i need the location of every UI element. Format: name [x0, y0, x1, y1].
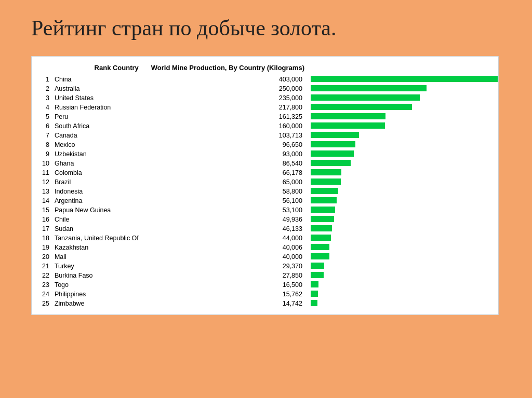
value-cell: 40,000 [141, 252, 307, 262]
country-cell: Uzbekistan [51, 149, 141, 159]
value-cell: 96,650 [141, 140, 307, 149]
rank-cell: 22 [40, 271, 51, 280]
country-cell: Philippines [51, 290, 141, 299]
bar-cell [307, 168, 500, 177]
value-cell: 66,178 [141, 168, 307, 177]
table-row: 13 Indonesia 58,800 [40, 187, 500, 196]
value-cell: 14,742 [141, 299, 307, 308]
bar-visual [311, 85, 427, 91]
bar-visual [311, 244, 329, 250]
rank-cell: 3 [40, 93, 51, 103]
bar-visual [311, 263, 324, 269]
table-row: 20 Mali 40,000 [40, 252, 500, 262]
value-cell: 29,370 [141, 262, 307, 271]
bar-cell [307, 271, 500, 280]
country-cell: Burkina Faso [51, 271, 141, 280]
rank-cell: 8 [40, 140, 51, 149]
rank-cell: 4 [40, 103, 51, 112]
table-row: 22 Burkina Faso 27,850 [40, 271, 500, 280]
rank-cell: 24 [40, 290, 51, 299]
value-cell: 161,325 [141, 112, 307, 121]
table-row: 6 South Africa 160,000 [40, 121, 500, 131]
bar-visual [311, 300, 317, 306]
country-cell: China [51, 75, 141, 84]
header-bar [307, 63, 500, 75]
table-row: 10 Ghana 86,540 [40, 159, 500, 168]
rank-cell: 20 [40, 252, 51, 262]
header-production: World Mine Production, By Country (Kilog… [141, 63, 307, 75]
country-cell: Mali [51, 252, 141, 262]
table-header-row: Rank Country World Mine Production, By C… [40, 63, 500, 75]
table-row: 15 Papua New Guinea 53,100 [40, 205, 500, 215]
bar-visual [311, 179, 341, 185]
table-row: 9 Uzbekistan 93,000 [40, 149, 500, 159]
bar-visual [311, 160, 351, 166]
bar-cell [307, 131, 500, 140]
country-cell: Kazakhstan [51, 243, 141, 252]
bar-visual [311, 253, 329, 259]
bar-visual [311, 150, 354, 157]
country-cell: Turkey [51, 262, 141, 271]
bar-cell [307, 93, 500, 103]
rank-cell: 7 [40, 131, 51, 140]
bar-cell [307, 103, 500, 112]
table-row: 7 Canada 103,713 [40, 131, 500, 140]
country-cell: Brazil [51, 177, 141, 187]
rank-cell: 10 [40, 159, 51, 168]
rank-cell: 2 [40, 84, 51, 93]
bar-cell [307, 262, 500, 271]
rank-cell: 12 [40, 177, 51, 187]
rank-cell: 16 [40, 215, 51, 224]
table-row: 8 Mexico 96,650 [40, 140, 500, 149]
country-cell: Russian Federation [51, 103, 141, 112]
rank-cell: 18 [40, 234, 51, 243]
value-cell: 217,800 [141, 103, 307, 112]
page-title: Рейтинг стран по добыче золота. [31, 16, 501, 40]
country-cell: Chile [51, 215, 141, 224]
country-cell: Argentina [51, 196, 141, 205]
rank-cell: 17 [40, 224, 51, 234]
table-row: 11 Colombia 66,178 [40, 168, 500, 177]
data-table: Rank Country World Mine Production, By C… [40, 63, 500, 308]
table-row: 18 Tanzania, United Republic Of 44,000 [40, 234, 500, 243]
table-row: 14 Argentina 56,100 [40, 196, 500, 205]
rank-cell: 13 [40, 187, 51, 196]
value-cell: 15,762 [141, 290, 307, 299]
table-row: 24 Philippines 15,762 [40, 290, 500, 299]
value-cell: 86,540 [141, 159, 307, 168]
value-cell: 250,000 [141, 84, 307, 93]
country-cell: Colombia [51, 168, 141, 177]
bar-cell [307, 177, 500, 187]
value-cell: 235,000 [141, 93, 307, 103]
value-cell: 93,000 [141, 149, 307, 159]
bar-cell [307, 140, 500, 149]
bar-visual [311, 272, 324, 278]
table-row: 12 Brazil 65,000 [40, 177, 500, 187]
country-cell: United States [51, 93, 141, 103]
value-cell: 160,000 [141, 121, 307, 131]
bar-visual [311, 104, 412, 110]
bar-cell [307, 205, 500, 215]
table-row: 5 Peru 161,325 [40, 112, 500, 121]
table-row: 17 Sudan 46,133 [40, 224, 500, 234]
bar-cell [307, 159, 500, 168]
value-cell: 46,133 [141, 224, 307, 234]
bar-cell [307, 196, 500, 205]
bar-cell [307, 84, 500, 93]
rank-cell: 15 [40, 205, 51, 215]
country-cell: Sudan [51, 224, 141, 234]
rank-cell: 9 [40, 149, 51, 159]
value-cell: 44,000 [141, 234, 307, 243]
bar-cell [307, 252, 500, 262]
table-row: 23 Togo 16,500 [40, 280, 500, 290]
rank-cell: 25 [40, 299, 51, 308]
country-cell: Tanzania, United Republic Of [51, 234, 141, 243]
table-row: 1 China 403,000 [40, 75, 500, 84]
bar-cell [307, 243, 500, 252]
table-row: 25 Zimbabwe 14,742 [40, 299, 500, 308]
bar-visual [311, 141, 355, 147]
rank-cell: 11 [40, 168, 51, 177]
bar-visual [311, 281, 318, 287]
table-container: Rank Country World Mine Production, By C… [31, 56, 499, 315]
bar-visual [311, 122, 385, 129]
